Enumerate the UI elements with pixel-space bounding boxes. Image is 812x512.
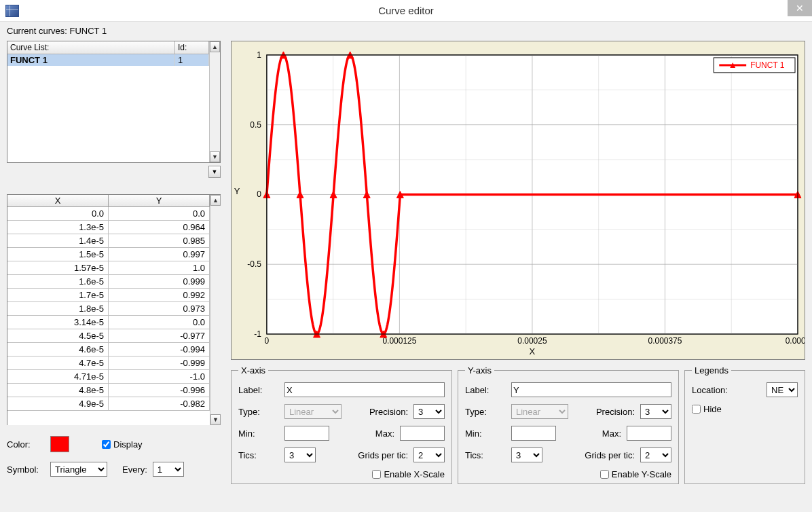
- cell-x[interactable]: 1.6e-5: [7, 275, 109, 289]
- table-row[interactable]: 0.00.0: [7, 207, 210, 221]
- svg-text:1: 1: [257, 50, 261, 60]
- table-row[interactable]: 1.57e-51.0: [7, 261, 210, 275]
- cell-y[interactable]: 0.0: [109, 316, 210, 329]
- table-row[interactable]: 1.3e-50.964: [7, 221, 210, 234]
- chart[interactable]: 00.0001250.000250.0003750.0005-1-0.500.5…: [231, 41, 805, 360]
- y-max-label: Max:: [568, 428, 621, 439]
- cell-y[interactable]: -0.982: [109, 397, 210, 411]
- y-min-label: Min:: [465, 428, 506, 439]
- cell-x[interactable]: 1.4e-5: [7, 234, 109, 248]
- display-checkbox[interactable]: Display: [102, 439, 143, 450]
- scroll-up-icon[interactable]: ▲: [210, 41, 220, 52]
- y-grids-select[interactable]: 2: [640, 447, 671, 462]
- enable-y-scale-checkbox[interactable]: Enable Y-Scale: [600, 469, 671, 479]
- cell-y[interactable]: -0.994: [109, 343, 210, 356]
- cell-y[interactable]: 0.999: [109, 275, 210, 289]
- curve-list-dropdown[interactable]: ▼: [208, 166, 221, 178]
- cell-y[interactable]: 0.985: [109, 234, 210, 248]
- x-tics-label: Tics:: [238, 450, 279, 460]
- curve-list[interactable]: Curve List: Id: FUNCT 1 1 ▲ ▼: [7, 41, 221, 163]
- table-row[interactable]: 4.7e-5-0.999: [7, 356, 210, 370]
- xy-table-scrollbar[interactable]: ▲ ▼: [210, 195, 221, 425]
- svg-text:0: 0: [265, 336, 270, 346]
- display-checkbox-label: Display: [113, 439, 143, 450]
- cell-y[interactable]: -0.977: [109, 329, 210, 343]
- scroll-up-icon[interactable]: ▲: [210, 195, 221, 206]
- table-row[interactable]: 3.14e-50.0: [7, 316, 210, 329]
- y-label-label: Label:: [465, 385, 506, 395]
- x-tics-select[interactable]: 3: [284, 447, 316, 462]
- scroll-down-icon[interactable]: ▼: [210, 414, 221, 425]
- x-min-input[interactable]: [284, 426, 329, 441]
- cell-x[interactable]: 4.8e-5: [7, 384, 109, 397]
- cell-x[interactable]: 1.5e-5: [7, 248, 109, 261]
- table-row[interactable]: 4.6e-5-0.994: [7, 343, 210, 356]
- enable-x-scale-input[interactable]: [372, 470, 381, 479]
- cell-x[interactable]: 4.6e-5: [7, 343, 109, 356]
- cell-y[interactable]: -0.996: [109, 384, 210, 397]
- cell-y[interactable]: 0.992: [109, 289, 210, 302]
- table-row[interactable]: 1.7e-50.992: [7, 289, 210, 302]
- display-checkbox-input[interactable]: [102, 440, 111, 449]
- y-tics-select[interactable]: 3: [511, 447, 542, 462]
- cell-x[interactable]: 1.57e-5: [7, 261, 109, 275]
- x-max-label: Max:: [342, 428, 394, 439]
- y-label-input[interactable]: [511, 382, 671, 397]
- svg-text:0.0005: 0.0005: [786, 336, 805, 346]
- symbol-select[interactable]: Triangle: [50, 462, 107, 477]
- cell-x[interactable]: 1.3e-5: [7, 221, 109, 234]
- x-max-input[interactable]: [400, 426, 445, 441]
- cell-y[interactable]: 0.0: [109, 207, 210, 221]
- cell-x[interactable]: 0.0: [7, 207, 109, 221]
- close-button[interactable]: ✕: [788, 0, 812, 16]
- enable-x-scale-checkbox[interactable]: Enable X-Scale: [372, 469, 445, 479]
- color-swatch[interactable]: [50, 436, 69, 452]
- cell-y[interactable]: -1.0: [109, 370, 210, 384]
- cell-y[interactable]: 0.964: [109, 221, 210, 234]
- enable-y-scale-label: Enable Y-Scale: [612, 469, 671, 479]
- table-row[interactable]: 4.8e-5-0.996: [7, 384, 210, 397]
- x-label-label: Label:: [238, 385, 279, 395]
- xy-table[interactable]: X Y 0.00.01.3e-50.9641.4e-50.9851.5e-50.…: [7, 194, 221, 425]
- cell-y[interactable]: 0.973: [109, 302, 210, 316]
- close-icon: ✕: [796, 3, 804, 14]
- table-row[interactable]: 1.5e-50.997: [7, 248, 210, 261]
- cell-x[interactable]: 1.7e-5: [7, 289, 109, 302]
- cell-x[interactable]: 3.14e-5: [7, 316, 109, 329]
- cell-y[interactable]: 1.0: [109, 261, 210, 275]
- scroll-down-icon[interactable]: ▼: [210, 151, 220, 162]
- table-row[interactable]: 1.4e-50.985: [7, 234, 210, 248]
- x-grids-select[interactable]: 2: [413, 447, 445, 462]
- curve-list-scrollbar[interactable]: ▲ ▼: [209, 41, 220, 162]
- table-row[interactable]: 4.5e-5-0.977: [7, 329, 210, 343]
- table-row[interactable]: 1.8e-50.973: [7, 302, 210, 316]
- y-min-input[interactable]: [511, 426, 556, 441]
- curve-list-row-id: 1: [175, 54, 209, 66]
- x-precision-select[interactable]: 3: [413, 404, 445, 419]
- x-grids-label: Grids per tic:: [355, 450, 408, 460]
- cell-x[interactable]: 4.7e-5: [7, 356, 109, 370]
- legends-title: Legends: [692, 365, 731, 376]
- window-title: Curve editor: [0, 5, 812, 16]
- cell-x[interactable]: 4.71e-5: [7, 370, 109, 384]
- curve-list-row-name: FUNCT 1: [7, 54, 175, 66]
- table-row[interactable]: 4.71e-5-1.0: [7, 370, 210, 384]
- svg-text:FUNCT 1: FUNCT 1: [750, 60, 785, 70]
- cell-x[interactable]: 1.8e-5: [7, 302, 109, 316]
- table-row[interactable]: 4.9e-5-0.982: [7, 397, 210, 411]
- legend-hide-input[interactable]: [692, 405, 701, 414]
- legend-location-select[interactable]: NE: [767, 382, 798, 397]
- y-precision-select[interactable]: 3: [640, 404, 671, 419]
- table-row[interactable]: 1.6e-50.999: [7, 275, 210, 289]
- cell-y[interactable]: 0.997: [109, 248, 210, 261]
- x-label-input[interactable]: [284, 382, 445, 397]
- curve-list-row[interactable]: FUNCT 1 1: [7, 54, 209, 66]
- legend-hide-checkbox[interactable]: Hide: [692, 404, 722, 414]
- legend-hide-label: Hide: [703, 404, 722, 414]
- enable-y-scale-input[interactable]: [600, 470, 609, 479]
- cell-x[interactable]: 4.9e-5: [7, 397, 109, 411]
- cell-y[interactable]: -0.999: [109, 356, 210, 370]
- cell-x[interactable]: 4.5e-5: [7, 329, 109, 343]
- every-select[interactable]: 1: [153, 462, 184, 477]
- y-max-input[interactable]: [627, 426, 671, 441]
